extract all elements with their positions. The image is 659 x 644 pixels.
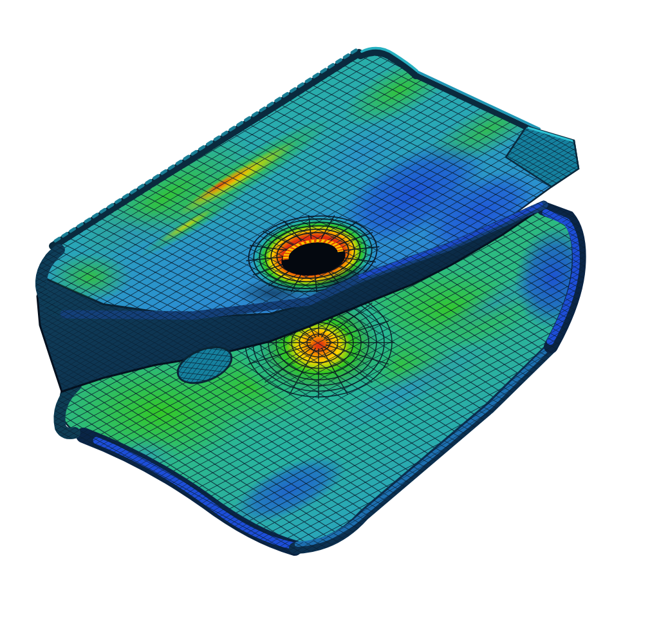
- fea-stress-plot: [0, 0, 659, 644]
- fea-render-canvas: [0, 0, 659, 644]
